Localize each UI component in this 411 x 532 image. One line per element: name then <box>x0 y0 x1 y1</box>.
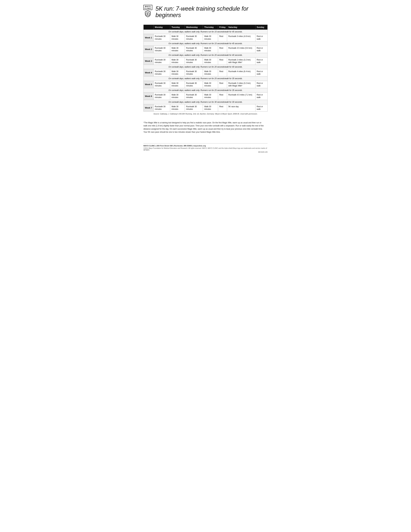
week-5-monday: Run/walk 30 minutes <box>153 81 170 88</box>
footer-code: MC0428-105 <box>143 151 268 153</box>
week-5-saturday: Run/walk 2 miles (3.2 km) with Magic Mil… <box>227 81 255 88</box>
week-3-tuesday: Walk 30 minutes <box>170 57 185 65</box>
week-1-sunday: Rest or walk <box>255 34 267 41</box>
week-4-wednesday: Run/walk 30 minutes <box>185 69 203 76</box>
week-1-saturday: Run/walk 3 miles (4.8 km) <box>227 34 255 41</box>
week-7-row: Week 7Run/walk 30 minutesWalk 30 minutes… <box>144 104 268 111</box>
week-4-note-row: On run/walk days, walkers walk only. Run… <box>144 65 268 69</box>
week-6-saturday: Run/walk 4.5 miles (7.2 km) <box>227 93 255 100</box>
logo-text: MAYO CLINIC <box>143 5 152 10</box>
week-5-sunday: Rest or walk <box>255 81 267 88</box>
week-6-wednesday: Run/walk 30 minutes <box>185 93 203 100</box>
week-4-label: Week 4 <box>144 69 154 76</box>
week-2-note-row: On run/walk days, walkers walk only. Run… <box>144 41 268 46</box>
magic-mile-footnote: *The Magic Mile is a training tool desig… <box>143 121 264 134</box>
week-4-saturday: Run/walk 4 miles (6.4 km) <box>227 69 255 76</box>
week-5-row: Week 5Run/walk 30 minutesWalk 30 minutes… <box>144 81 268 88</box>
logo: MAYO CLINIC <box>143 5 152 17</box>
week-3-friday: Rest <box>218 57 227 65</box>
week-4-tuesday: Walk 30 minutes <box>170 69 185 76</box>
week-4-row: Week 4Run/walk 30 minutesWalk 30 minutes… <box>144 69 268 76</box>
week-4-thursday: Walk 30 minutes <box>203 69 218 76</box>
week-1-monday: Run/walk 30 minutes <box>153 34 170 41</box>
week-3-label: Week 3 <box>144 57 154 65</box>
week-7-thursday: Walk 30 minutes <box>203 104 218 111</box>
week-5-label: Week 5 <box>144 81 154 88</box>
week-4-note: On run/walk days, walkers walk only. Run… <box>144 65 268 69</box>
week-6-row: Week 6Run/walk 30 minutesWalk 30 minutes… <box>144 93 268 100</box>
week-7-sunday: Rest or walk <box>255 104 267 111</box>
week-5-friday: Rest <box>218 81 227 88</box>
page-title: 5K run: 7-week training schedule for beg… <box>156 6 268 18</box>
col-header-tuesday: Tuesday <box>170 25 185 30</box>
week-5-note: On run/walk days, walkers walk only. Run… <box>144 76 268 81</box>
week-1-note: On run/walk days, walkers walk only. Run… <box>144 30 268 34</box>
schedule-table: Monday Tuesday Wednesday Thursday Friday… <box>143 25 268 112</box>
week-3-row: Week 3Run/walk 30 minutesWalk 30 minutes… <box>144 57 268 65</box>
col-header-saturday: Saturday <box>227 25 255 30</box>
week-3-thursday: Walk 30 minutes <box>203 57 218 65</box>
week-7-note: On run/walk days, walkers walk only. Run… <box>144 100 268 104</box>
week-1-label: Week 1 <box>144 34 154 41</box>
week-2-friday: Rest <box>218 46 227 53</box>
page-footer: MAYO CLINIC | 200 First Street SW | Roch… <box>143 143 268 153</box>
page-header: MAYO CLINIC 5K run: 7-week training sche… <box>143 5 268 18</box>
week-7-tuesday: Walk 30 minutes <box>170 104 185 111</box>
week-6-tuesday: Walk 30 minutes <box>170 93 185 100</box>
week-6-note: On run/walk days, walkers walk only. Run… <box>144 88 268 93</box>
week-7-friday: Rest <box>218 104 227 111</box>
source-citation: Source: Galloway, J. Galloway's 5K/10K R… <box>143 113 268 115</box>
week-6-label: Week 6 <box>144 93 154 100</box>
week-7-note-row: On run/walk days, walkers walk only. Run… <box>144 100 268 104</box>
week-2-row: Week 2Run/walk 30 minutesWalk 30 minutes… <box>144 46 268 53</box>
col-header-thursday: Thursday <box>203 25 218 30</box>
week-3-wednesday: Run/walk 30 minutes <box>185 57 203 65</box>
week-4-sunday: Rest or walk <box>255 69 267 76</box>
week-2-note: On run/walk days, walkers walk only. Run… <box>144 41 268 46</box>
week-1-thursday: Walk 30 minutes <box>203 34 218 41</box>
week-5-wednesday: Run/walk 30 minutes <box>185 81 203 88</box>
week-2-tuesday: Walk 30 minutes <box>170 46 185 53</box>
week-7-monday: Run/walk 30 minutes <box>153 104 170 111</box>
footer-copyright: ©2011 Mayo Foundation for Medical Educat… <box>143 147 268 151</box>
week-2-sunday: Rest or walk <box>255 46 267 53</box>
week-1-friday: Rest <box>218 34 227 41</box>
week-3-sunday: Rest or walk <box>255 57 267 65</box>
week-7-saturday: 5K race day <box>227 104 255 111</box>
week-2-monday: Run/walk 30 minutes <box>153 46 170 53</box>
week-2-thursday: Walk 30 minutes <box>203 46 218 53</box>
footer-address: MAYO CLINIC | 200 First Street SW | Roch… <box>143 145 268 147</box>
week-2-saturday: Run/walk 3.5 miles (5.6 km) <box>227 46 255 53</box>
week-1-wednesday: Run/walk 30 minutes <box>185 34 203 41</box>
week-3-note-row: On run/walk days, walkers walk only. Run… <box>144 53 268 57</box>
week-6-friday: Rest <box>218 93 227 100</box>
week-6-thursday: Walk 30 minutes <box>203 93 218 100</box>
col-header-sunday: Sunday <box>255 25 267 30</box>
col-header-week <box>144 25 154 30</box>
week-5-note-row: On run/walk days, walkers walk only. Run… <box>144 76 268 81</box>
week-5-thursday: Walk 30 minutes <box>203 81 218 88</box>
col-header-monday: Monday <box>153 25 170 30</box>
week-3-monday: Run/walk 30 minutes <box>153 57 170 65</box>
week-6-note-row: On run/walk days, walkers walk only. Run… <box>144 88 268 93</box>
week-3-saturday: Run/walk 2 miles (3.2 km) with Magic Mil… <box>227 57 255 65</box>
week-4-friday: Rest <box>218 69 227 76</box>
week-4-monday: Run/walk 30 minutes <box>153 69 170 76</box>
week-2-wednesday: Run/walk 30 minutes <box>185 46 203 53</box>
week-6-sunday: Rest or walk <box>255 93 267 100</box>
week-1-note-row: On run/walk days, walkers walk only. Run… <box>144 30 268 34</box>
week-5-tuesday: Walk 30 minutes <box>170 81 185 88</box>
col-header-wednesday: Wednesday <box>185 25 203 30</box>
week-3-note: On run/walk days, walkers walk only. Run… <box>144 53 268 57</box>
week-1-tuesday: Walk 30 minutes <box>170 34 185 41</box>
col-header-friday: Friday <box>218 25 227 30</box>
week-1-row: Week 1Run/walk 30 minutesWalk 30 minutes… <box>144 34 268 41</box>
week-6-monday: Run/walk 30 minutes <box>153 93 170 100</box>
week-2-label: Week 2 <box>144 46 154 53</box>
shield-icon <box>145 10 151 17</box>
week-7-wednesday: Run/walk 30 minutes <box>185 104 203 111</box>
week-7-label: Week 7 <box>144 104 154 111</box>
